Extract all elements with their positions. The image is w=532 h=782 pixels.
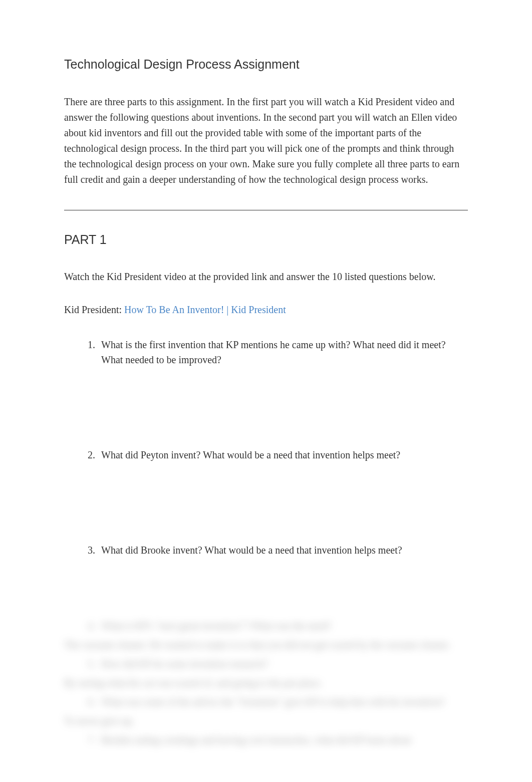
question-number: 6.	[79, 694, 95, 710]
blurred-answer: To never give up.	[64, 713, 468, 729]
question-number: 3.	[79, 543, 95, 558]
blurred-text: Besides eating corndogs and having cool …	[101, 732, 411, 748]
blurred-preview: 4. What is KP's "next great invention"? …	[64, 618, 468, 748]
kid-president-video-link[interactable]: How To Be An Inventor! | Kid President	[124, 304, 286, 315]
part1-intro: Watch the Kid President video at the pro…	[64, 269, 468, 285]
video-link-line: Kid President: How To Be An Inventor! | …	[64, 302, 468, 317]
question-number: 1.	[79, 337, 95, 352]
question-text: What is the first invention that KP ment…	[101, 337, 468, 367]
blurred-text: How did KP do some invention research?	[101, 656, 268, 672]
intro-paragraph: There are three parts to this assignment…	[64, 94, 468, 187]
blurred-question-7: 7. Besides eating corndogs and having co…	[64, 732, 468, 748]
question-list: 1. What is the first invention that KP m…	[64, 337, 468, 558]
question-number: 5.	[79, 656, 95, 672]
section-divider	[64, 210, 468, 210]
question-text: What did Peyton invent? What would be a …	[101, 447, 468, 462]
question-number: 7.	[79, 732, 95, 748]
link-prefix: Kid President:	[64, 304, 124, 315]
blurred-question-6: 6. What was some of the advice the "Scie…	[64, 694, 468, 710]
blurred-text: What is KP's "next great invention"? Wha…	[101, 618, 331, 634]
question-text: What did Brooke invent? What would be a …	[101, 543, 468, 558]
blurred-text: What was some of the advice the "Scienti…	[101, 694, 445, 710]
question-2: 2. What did Peyton invent? What would be…	[79, 447, 468, 462]
part1-heading: PART 1	[64, 230, 468, 249]
blurred-question-4: 4. What is KP's "next great invention"? …	[64, 618, 468, 634]
question-1: 1. What is the first invention that KP m…	[79, 337, 468, 367]
question-number: 4.	[79, 618, 95, 634]
blurred-answer: By seeing what his cat was scared of, an…	[64, 675, 468, 691]
question-3: 3. What did Brooke invent? What would be…	[79, 543, 468, 558]
blurred-question-5: 5. How did KP do some invention research…	[64, 656, 468, 672]
blurred-answer: The vacuum cleaner. He wanted to make it…	[64, 637, 468, 653]
document-title: Technological Design Process Assignment	[64, 55, 468, 74]
question-number: 2.	[79, 447, 95, 462]
